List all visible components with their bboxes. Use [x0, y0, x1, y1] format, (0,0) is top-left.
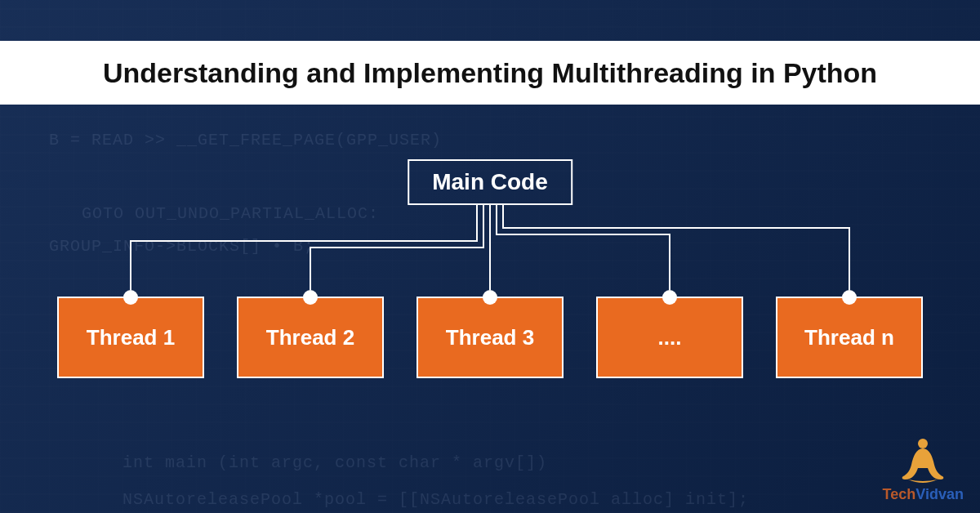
thread-label: .... — [658, 325, 682, 350]
thread-node: Thread n — [776, 297, 923, 378]
connector-dot-icon — [483, 290, 497, 305]
page-title: Understanding and Implementing Multithre… — [103, 57, 877, 89]
thread-label: Thread 3 — [446, 325, 534, 350]
thread-label: Thread n — [804, 325, 894, 350]
connector-dot-icon — [303, 290, 318, 305]
meditating-figure-icon — [900, 435, 946, 484]
connector-dot-icon — [842, 290, 857, 305]
title-bar: Understanding and Implementing Multithre… — [0, 41, 980, 105]
brand-name: TechVidvan — [883, 486, 964, 503]
bg-code-line: NSAutoreleasePool *pool = [[NSAutoreleas… — [122, 490, 749, 509]
bg-code-line: B = READ >> __GET_FREE_PAGE(GPP_USER) — [49, 131, 442, 149]
threads-row: Thread 1 Thread 2 Thread 3 .... Thread n — [0, 297, 980, 378]
thread-node: Thread 3 — [416, 297, 564, 378]
main-code-label: Main Code — [432, 169, 548, 194]
bg-code-line: int main (int argc, const char * argv[]) — [122, 453, 547, 472]
svg-point-0 — [918, 439, 928, 448]
connector-dot-icon — [662, 290, 677, 305]
main-code-node: Main Code — [408, 159, 572, 205]
thread-diagram: Main Code Thread 1 Thread 2 Thread 3 ...… — [0, 159, 980, 404]
thread-label: Thread 2 — [266, 325, 354, 350]
brand-logo: TechVidvan — [883, 435, 964, 503]
thread-label: Thread 1 — [87, 325, 175, 350]
thread-node: .... — [596, 297, 743, 378]
thread-node: Thread 2 — [237, 297, 384, 378]
thread-node: Thread 1 — [57, 297, 204, 378]
connector-dot-icon — [123, 290, 138, 305]
